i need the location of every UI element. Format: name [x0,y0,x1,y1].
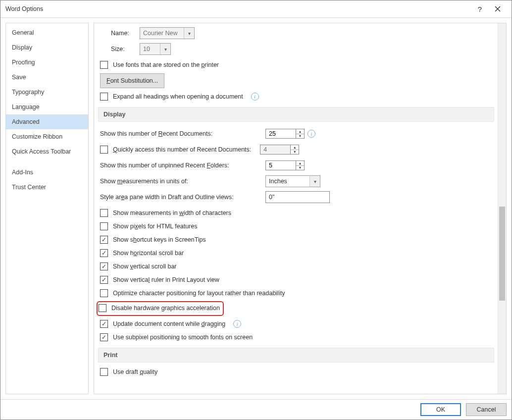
checkbox-pixels-html-label: Show pixels for HTML features [113,223,197,230]
checkbox-update-dragging-label: Update document content while dragging [113,320,225,327]
checkbox-subpixel[interactable]: ✓ [100,333,108,341]
unpinned-folders-label: Show this number of unpinned Recent Fold… [100,162,265,169]
checkbox-draft-quality-label: Use draft quality [113,368,157,375]
main-panel: Name: Courier New ▾ Size: 10 ▾ Use fonts [94,23,507,394]
spinner-down[interactable]: ▼ [296,166,304,170]
quick-access-spinner: ▲▼ [260,145,299,155]
section-header-print: Print [98,348,494,363]
sidebar-item-proofing[interactable]: Proofing [6,55,88,70]
info-icon[interactable]: i [307,130,315,138]
checkbox-width-chars-label: Show measurements in width of characters [113,210,231,216]
sidebar-item-advanced[interactable]: Advanced [6,114,88,129]
font-size-combo: 10 ▾ [140,43,171,55]
checkbox-vruler-label: Show vertical ruler in Print Layout view [113,276,219,283]
sidebar-item-quick-access-toolbar[interactable]: Quick Access Toolbar [6,144,88,159]
checkbox-quick-access-label: Quickly access this number of Recent Doc… [113,146,251,153]
style-area-label: Style area pane width in Draft and Outli… [100,194,265,201]
quick-access-input [260,145,290,154]
info-icon[interactable]: i [233,320,241,328]
unpinned-folders-input[interactable] [266,161,296,170]
spinner-up[interactable]: ▲ [296,161,304,166]
spinner-down[interactable]: ▼ [296,134,304,139]
titlebar: Word Options ? [0,0,512,18]
checkbox-disable-hardware-label: Disable hardware graphics acceleration [111,305,220,312]
checkbox-vruler[interactable]: ✓ [100,276,108,284]
chevron-down-icon: ▾ [160,44,170,54]
units-combo[interactable]: Inches ▾ [265,175,320,187]
checkbox-pixels-html[interactable] [100,222,108,230]
checkbox-printer-fonts[interactable] [100,61,108,69]
font-substitution-button[interactable]: Font Substitution... [100,73,164,88]
checkbox-expand-headings-label: Expand all headings when opening a docum… [113,93,243,100]
close-button[interactable] [489,3,507,15]
checkbox-draft-quality[interactable] [100,368,108,376]
checkbox-shortcut-keys[interactable]: ✓ [100,236,108,244]
checkbox-optimize-positioning-label: Optimize character positioning for layou… [113,290,285,297]
chevron-down-icon: ▾ [184,28,194,39]
spinner-up: ▲ [291,145,299,150]
sidebar-item-display[interactable]: Display [6,40,88,55]
checkbox-update-dragging[interactable]: ✓ [100,320,108,328]
unpinned-folders-spinner[interactable]: ▲▼ [265,160,305,170]
checkbox-disable-hardware[interactable] [99,304,106,312]
sidebar-item-language[interactable]: Language [6,100,88,114]
sidebar-item-save[interactable]: Save [6,70,88,85]
spinner-down: ▼ [291,150,299,155]
spinner-up[interactable]: ▲ [296,129,304,134]
sidebar-item-add-ins[interactable]: Add-Ins [6,165,88,180]
checkbox-expand-headings[interactable] [100,93,108,101]
checkbox-vscroll-label: Show vertical scroll bar [113,263,177,270]
ok-button[interactable]: OK [420,403,461,416]
checkbox-quick-access[interactable] [100,146,108,154]
recent-docs-input[interactable] [266,129,296,138]
style-area-input[interactable]: 0" [265,191,330,203]
sidebar-item-trust-center[interactable]: Trust Center [6,180,88,195]
font-name-combo: Courier New ▾ [140,27,195,39]
checkbox-printer-fonts-label: Use fonts that are stored on the printer [113,61,219,68]
checkbox-width-chars[interactable] [100,209,108,217]
highlight-disable-hw: Disable hardware graphics acceleration [97,301,224,316]
scrollbar[interactable] [498,23,506,394]
window-title: Word Options [5,5,471,12]
sidebar-item-general[interactable]: General [6,25,88,40]
footer: OK Cancel [0,399,512,420]
recent-docs-label: Show this number of Recent Documents: [100,130,265,137]
scrollbar-thumb[interactable] [499,207,505,301]
sidebar-item-typography[interactable]: Typography [6,85,88,100]
font-name-label: Name: [111,30,135,37]
close-icon [495,6,501,12]
units-label: Show measurements in units of: [100,178,265,185]
checkbox-hscroll-label: Show horizontal scroll bar [113,250,184,257]
checkbox-shortcut-keys-label: Show shortcut keys in ScreenTips [113,236,206,243]
info-icon[interactable]: i [251,93,259,101]
font-size-label: Size: [111,46,135,52]
checkbox-vscroll[interactable]: ✓ [100,262,108,270]
sidebar-item-customize-ribbon[interactable]: Customize Ribbon [6,129,88,144]
recent-docs-spinner[interactable]: ▲▼ [265,129,305,139]
sidebar-nav: General Display Proofing Save Typography… [5,23,89,394]
checkbox-hscroll[interactable]: ✓ [100,249,108,257]
help-button[interactable]: ? [471,3,489,15]
checkbox-optimize-positioning[interactable] [100,289,108,297]
checkbox-subpixel-label: Use subpixel positioning to smooth fonts… [113,334,253,341]
cancel-button[interactable]: Cancel [466,403,507,416]
section-header-display: Display [98,107,494,122]
chevron-down-icon: ▾ [309,176,320,187]
